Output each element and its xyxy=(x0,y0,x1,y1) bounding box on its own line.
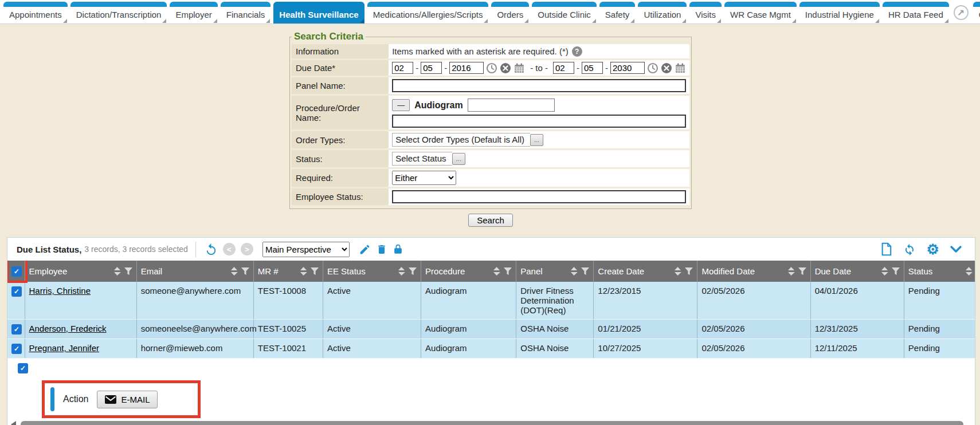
column-header-due_date[interactable]: Due Date xyxy=(810,261,904,282)
sort-icon[interactable] xyxy=(398,267,405,276)
tab-medications-allergies-scripts[interactable]: Medications/Allergies/Scripts xyxy=(367,2,489,23)
column-header-create_date[interactable]: Create Date xyxy=(594,261,697,282)
perspective-select[interactable]: Main Perspective xyxy=(262,242,350,257)
lock-icon[interactable] xyxy=(393,243,403,255)
column-header-modified_date[interactable]: Modified Date xyxy=(697,261,810,282)
sort-icon[interactable] xyxy=(493,267,500,276)
column-header-ee_status[interactable]: EE Status xyxy=(323,261,421,282)
action-bar: Action E-MAIL xyxy=(45,383,198,415)
calendar-icon[interactable] xyxy=(513,62,525,74)
filter-funnel-icon[interactable] xyxy=(409,267,417,275)
tab-utilization[interactable]: Utilization xyxy=(638,2,687,23)
remove-procedure-button[interactable]: — xyxy=(392,99,410,111)
row-checkbox[interactable]: ✓ xyxy=(11,344,22,354)
cell-email: horner@mieweb.com xyxy=(136,339,253,359)
sort-icon[interactable] xyxy=(570,267,578,276)
footer-select-checkbox[interactable]: ✓ xyxy=(18,363,28,373)
due-to-year-input[interactable] xyxy=(610,62,645,74)
filter-funnel-icon[interactable] xyxy=(685,267,693,275)
tab-orders[interactable]: Orders xyxy=(491,2,529,23)
column-header-employee[interactable]: Employee xyxy=(25,261,136,282)
delete-perspective-icon[interactable] xyxy=(376,243,387,255)
new-document-icon[interactable] xyxy=(880,242,892,256)
tab-quality-of[interactable]: Quality of xyxy=(973,2,980,23)
sort-icon[interactable] xyxy=(787,267,795,276)
employee-status-row: Employee Status: xyxy=(292,188,689,205)
due-to-month-input[interactable] xyxy=(553,62,574,74)
filter-funnel-icon[interactable] xyxy=(798,267,806,275)
tab-financials[interactable]: Financials xyxy=(221,2,271,23)
sort-icon[interactable] xyxy=(674,267,681,276)
order-types-value[interactable]: Select Order Types (Default is All) xyxy=(392,133,530,147)
prev-page-icon[interactable]: < xyxy=(223,243,236,255)
time-picker-icon[interactable] xyxy=(486,62,497,74)
column-header-email[interactable]: Email xyxy=(136,261,253,282)
tab-dictation-transcription[interactable]: Dictation/Transcription xyxy=(70,2,167,23)
cell-panel: OSHA Noise xyxy=(516,320,594,339)
employee-link[interactable]: Anderson, Frederick xyxy=(29,324,107,333)
row-checkbox[interactable]: ✓ xyxy=(11,324,22,335)
search-button[interactable]: Search xyxy=(468,214,513,227)
refresh-icon[interactable] xyxy=(903,242,916,256)
tab-hr-data-feed[interactable]: HR Data Feed xyxy=(883,2,949,23)
sort-icon[interactable] xyxy=(113,267,121,276)
employee-link[interactable]: Pregnant, Jennifer xyxy=(29,343,100,353)
filter-funnel-icon[interactable] xyxy=(124,267,132,275)
tab-appointments[interactable]: Appointments xyxy=(3,2,68,23)
tab-visits[interactable]: Visits xyxy=(689,2,722,23)
column-header-status[interactable]: Status xyxy=(904,261,975,282)
due-to-day-input[interactable] xyxy=(582,62,603,74)
tab-label: Dictation/Transcription xyxy=(70,7,167,23)
sort-icon[interactable] xyxy=(881,267,888,276)
column-header-panel[interactable]: Panel xyxy=(516,261,594,282)
required-select[interactable]: Either xyxy=(392,171,456,185)
scroll-left-arrow-icon[interactable] xyxy=(11,421,16,425)
employee-link[interactable]: Harris, Christine xyxy=(29,286,91,296)
external-link-icon[interactable]: ↗ xyxy=(954,5,969,20)
email-button[interactable]: E-MAIL xyxy=(97,391,158,408)
filter-funnel-icon[interactable] xyxy=(892,267,900,275)
collapse-chevron-icon[interactable] xyxy=(950,245,962,254)
tab-outside-clinic[interactable]: Outside Clinic xyxy=(532,2,597,23)
time-picker-icon[interactable] xyxy=(647,62,658,74)
due-from-month-input[interactable] xyxy=(392,62,413,74)
status-picker-button[interactable]: ... xyxy=(452,153,465,165)
clear-date-icon[interactable] xyxy=(661,62,672,74)
due-from-year-input[interactable] xyxy=(449,62,484,74)
edit-perspective-icon[interactable] xyxy=(359,243,371,255)
filter-funnel-icon[interactable] xyxy=(504,267,512,275)
tab-safety[interactable]: Safety xyxy=(599,2,636,23)
next-page-icon[interactable]: > xyxy=(241,243,253,255)
tab-employer[interactable]: Employer xyxy=(170,2,217,23)
help-icon[interactable]: ? xyxy=(572,46,582,57)
clear-date-icon[interactable] xyxy=(500,62,511,74)
procedure-order-name-input[interactable] xyxy=(392,115,686,128)
sort-icon[interactable] xyxy=(300,267,307,276)
tab-industrial-hygiene[interactable]: Industrial Hygiene xyxy=(799,2,880,23)
status-value[interactable]: Select Status xyxy=(392,152,452,166)
panel-name-input[interactable] xyxy=(392,79,686,92)
sort-icon[interactable] xyxy=(965,267,973,276)
filter-funnel-icon[interactable] xyxy=(311,267,319,275)
undo-icon[interactable] xyxy=(205,243,218,256)
tab-health-surveillance[interactable]: Health Surveillance xyxy=(273,2,364,23)
tab-bar: Appointments Dictation/Transcription Emp… xyxy=(0,0,980,24)
employee-status-input[interactable] xyxy=(392,190,686,203)
filter-funnel-icon[interactable] xyxy=(241,267,249,275)
scrollbar-thumb[interactable] xyxy=(21,421,963,425)
due-from-day-input[interactable] xyxy=(421,62,442,74)
order-types-picker-button[interactable]: ... xyxy=(530,134,543,146)
procedure-filter-input[interactable] xyxy=(468,99,555,112)
select-all-checkbox[interactable]: ✓ xyxy=(11,266,22,277)
row-checkbox[interactable]: ✓ xyxy=(11,286,22,297)
sort-icon[interactable] xyxy=(230,267,238,276)
column-header-mr[interactable]: MR # xyxy=(253,261,323,282)
tab-top-strip xyxy=(221,2,271,7)
column-header-procedure[interactable]: Procedure xyxy=(421,261,516,282)
settings-gear-icon[interactable]: ⚙ xyxy=(927,242,939,257)
cell-employee: Anderson, Frederick xyxy=(25,320,136,339)
tab-wr-case-mgmt[interactable]: WR Case Mgmt xyxy=(724,2,797,23)
filter-funnel-icon[interactable] xyxy=(581,267,589,275)
horizontal-scrollbar[interactable] xyxy=(10,420,973,425)
calendar-icon[interactable] xyxy=(675,62,686,74)
